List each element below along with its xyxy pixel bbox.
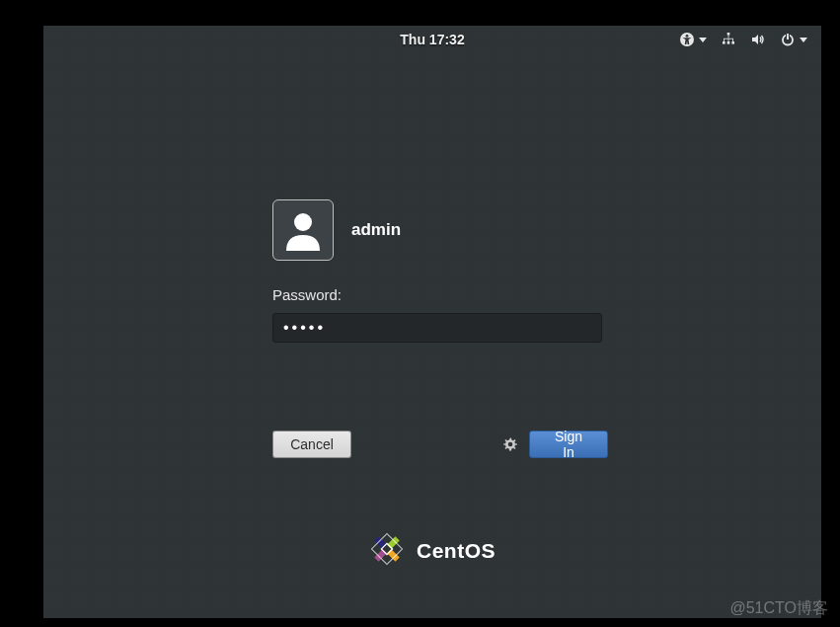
power-icon	[780, 32, 796, 47]
avatar	[272, 199, 334, 261]
svg-rect-8	[724, 39, 725, 41]
svg-point-15	[294, 213, 312, 231]
user-row: admin	[272, 199, 608, 261]
svg-rect-14	[787, 34, 789, 39]
top-bar: Thu 17:32	[43, 26, 821, 53]
svg-rect-3	[723, 41, 725, 44]
cancel-button[interactable]: Cancel	[272, 431, 351, 458]
svg-rect-18	[387, 536, 400, 549]
password-label: Password:	[272, 286, 608, 303]
clock[interactable]: Thu 17:32	[400, 32, 464, 47]
password-input[interactable]	[272, 313, 602, 343]
chevron-down-icon	[699, 38, 707, 42]
svg-rect-10	[732, 39, 733, 41]
chevron-down-icon	[800, 38, 807, 42]
volume-indicator[interactable]	[746, 30, 770, 49]
signin-group: Sign In	[501, 431, 608, 458]
avatar-icon	[280, 207, 326, 253]
centos-logo-icon	[369, 531, 405, 571]
network-icon	[721, 32, 736, 47]
branding: CentOS	[43, 531, 821, 571]
network-indicator[interactable]	[717, 30, 740, 49]
desktop: Thu 17:32	[43, 26, 821, 618]
power-menu[interactable]	[776, 30, 811, 49]
svg-rect-6	[728, 36, 729, 39]
session-options-button[interactable]	[501, 435, 519, 453]
svg-rect-9	[728, 39, 729, 41]
accessibility-menu[interactable]	[675, 30, 711, 49]
svg-rect-4	[727, 41, 730, 44]
login-panel: admin Password:	[272, 199, 608, 343]
outer-frame: Thu 17:32	[0, 0, 840, 627]
accessibility-icon	[679, 32, 695, 47]
watermark: @51CTO博客	[729, 598, 828, 619]
svg-rect-21	[374, 536, 387, 549]
svg-point-1	[686, 35, 689, 38]
username-label: admin	[351, 220, 401, 240]
gear-icon	[502, 436, 518, 452]
button-row: Cancel Sign In	[272, 431, 608, 458]
volume-icon	[750, 32, 766, 47]
svg-point-17	[508, 442, 513, 447]
svg-rect-2	[727, 33, 730, 36]
system-tray	[675, 26, 811, 53]
svg-rect-23	[371, 533, 402, 564]
signin-button[interactable]: Sign In	[529, 431, 608, 458]
brand-name: CentOS	[417, 539, 496, 563]
svg-rect-20	[374, 549, 387, 562]
svg-rect-5	[731, 41, 734, 44]
svg-rect-19	[387, 549, 400, 562]
